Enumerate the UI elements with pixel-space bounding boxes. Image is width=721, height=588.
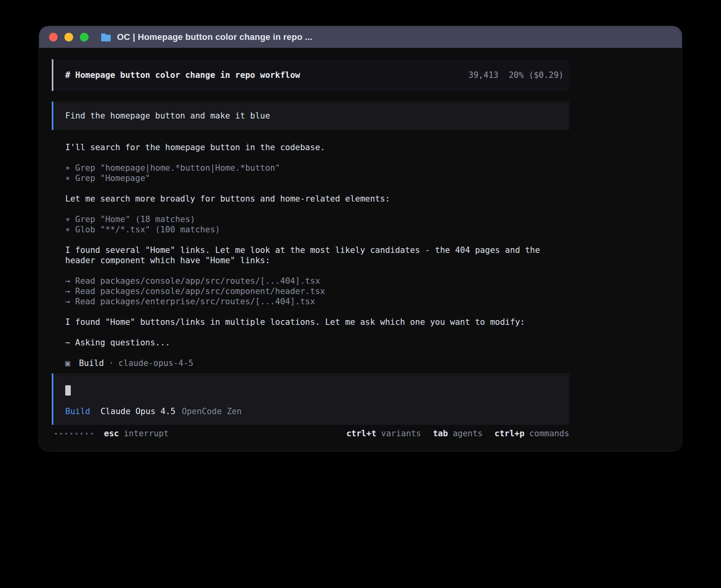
shortcut-key: ctrl+p <box>495 428 525 439</box>
shortcut-agents: tab agents <box>433 428 483 439</box>
separator-dot: · <box>109 358 114 368</box>
close-button[interactable] <box>49 33 58 41</box>
agent-model: claude-opus-4-5 <box>119 358 194 368</box>
shortcut-label: commands <box>529 428 569 439</box>
model-line: Build Claude Opus 4.5 OpenCode Zen <box>65 406 242 416</box>
model-name: Claude Opus 4.5 <box>100 406 176 416</box>
agent-line: ▣ Build · claude-opus-4-5 <box>65 358 682 368</box>
prompt-input[interactable]: Build Claude Opus 4.5 OpenCode Zen <box>52 373 569 425</box>
shortcut-key-esc: esc <box>104 428 119 439</box>
spinner-icon <box>55 433 93 435</box>
tool-call-glob: ∗ Glob "**/*.tsx" (100 matches) <box>65 224 682 235</box>
shortcut-key: ctrl+t <box>346 428 376 439</box>
conversation: I'll search for the homepage button in t… <box>52 142 682 368</box>
agent-name: Build <box>79 358 104 368</box>
terminal-content: # Homepage button color change in repo w… <box>39 59 682 439</box>
shortcut-label-interrupt: interrupt <box>124 428 169 439</box>
assistant-text: I'll search for the homepage button in t… <box>65 142 682 153</box>
shortcut-variants: ctrl+t variants <box>346 428 421 439</box>
assistant-text: Let me search more broadly for buttons a… <box>65 194 682 204</box>
window-title: OC | Homepage button color change in rep… <box>117 32 312 42</box>
user-message-text: Find the homepage button and make it blu… <box>65 111 270 121</box>
mode-label: Build <box>65 406 90 416</box>
shortcut-commands: ctrl+p commands <box>495 428 569 439</box>
minimize-button[interactable] <box>64 33 73 41</box>
statusbar: esc interrupt ctrl+t variants tab agents… <box>52 428 569 439</box>
tool-call-grep: ∗ Grep "Homepage" <box>65 173 682 183</box>
agent-icon: ▣ <box>65 358 70 368</box>
tool-call-read: → Read packages/console/app/src/routes/[… <box>65 276 682 286</box>
shortcut-label: variants <box>381 428 421 439</box>
assistant-text: I found "Home" buttons/links in multiple… <box>65 317 682 327</box>
status-right: ctrl+t variants tab agents ctrl+p comman… <box>346 428 569 439</box>
folder-icon <box>100 33 111 41</box>
tool-call-group: → Read packages/console/app/src/routes/[… <box>65 276 682 307</box>
status-left: esc interrupt <box>55 428 169 439</box>
shortcut-key: tab <box>433 428 448 439</box>
context-cost: 20% ($0.29) <box>509 70 564 80</box>
titlebar[interactable]: OC | Homepage button color change in rep… <box>39 26 682 48</box>
tool-call-grep: ∗ Grep "homepage|home.*button|Home.*butt… <box>65 163 682 173</box>
tool-call-read: → Read packages/console/app/src/componen… <box>65 286 682 296</box>
tool-call-read: → Read packages/enterprise/src/routes/[.… <box>65 296 682 307</box>
zoom-button[interactable] <box>80 33 89 41</box>
terminal-window: OC | Homepage button color change in rep… <box>39 26 682 451</box>
session-header: # Homepage button color change in repo w… <box>52 59 569 91</box>
token-count: 39,413 <box>468 70 498 80</box>
tool-call-group: ∗ Grep "Home" (18 matches) ∗ Glob "**/*.… <box>65 214 682 235</box>
user-message: Find the homepage button and make it blu… <box>52 102 569 130</box>
assistant-text: I found several "Home" links. Let me loo… <box>65 245 555 266</box>
provider-name: OpenCode Zen <box>182 406 242 416</box>
tool-call-group: ∗ Grep "homepage|home.*button|Home.*butt… <box>65 163 682 183</box>
traffic-lights <box>49 33 89 41</box>
tool-call-grep: ∗ Grep "Home" (18 matches) <box>65 214 682 224</box>
shortcut-label: agents <box>453 428 483 439</box>
assistant-status: ~ Asking questions... <box>65 337 682 348</box>
session-stats: 39,413 20% ($0.29) <box>468 70 564 80</box>
session-title: # Homepage button color change in repo w… <box>65 70 300 80</box>
text-cursor <box>65 385 71 396</box>
